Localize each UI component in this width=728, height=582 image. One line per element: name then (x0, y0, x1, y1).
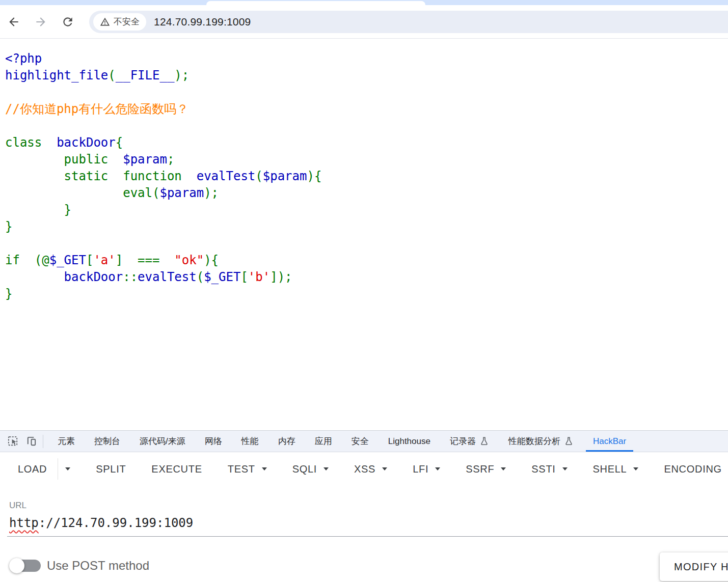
code-token: ( (255, 169, 262, 183)
code-line: } (5, 218, 728, 235)
devtools-tabbar: 元素控制台源代码/来源网络性能内存应用安全Lighthouse记录器 性能数据分… (0, 430, 728, 452)
menu-label: SSTI (531, 463, 555, 475)
menu-label: LOAD (18, 463, 47, 475)
device-toolbar-icon (25, 435, 37, 447)
hackbar-menu-execute[interactable]: EXECUTE (151, 463, 202, 475)
devtools-tab-performance-insights[interactable]: 性能数据分析 (499, 431, 583, 452)
back-arrow-icon (7, 15, 20, 29)
tab-label: 内存 (278, 435, 295, 447)
devtools-tab-recorder[interactable]: 记录器 (440, 431, 499, 452)
warning-triangle-icon (100, 17, 110, 27)
code-line: highlight_file(__FILE__); (5, 67, 728, 84)
security-chip[interactable]: 不安全 (93, 13, 146, 31)
reload-button[interactable] (61, 15, 74, 29)
split-divider (58, 458, 58, 480)
code-token: $_GET (49, 253, 86, 267)
code-token: static function (5, 169, 182, 183)
code-line: //你知道php有什么危险函数吗？ (5, 101, 728, 118)
toolbar-divider (43, 435, 43, 448)
tab-label: HackBar (593, 436, 626, 447)
dropdown-caret-icon (633, 467, 638, 470)
url-field-label: URL (9, 501, 26, 511)
tab-label: 性能数据分析 (508, 435, 560, 447)
hackbar-menu-xss[interactable]: XSS (354, 463, 387, 475)
code-token: $param (263, 169, 307, 183)
dropdown-caret-icon (382, 467, 387, 470)
inspect-element-button[interactable] (4, 432, 22, 451)
hackbar-menu-shell[interactable]: SHELL (593, 463, 639, 475)
hackbar-menu-sqli[interactable]: SQLI (292, 463, 329, 475)
url-misspelled-word: http (9, 516, 39, 530)
code-token: <?php (5, 51, 42, 66)
code-token: "ok" (174, 253, 204, 267)
code-token: [ (86, 253, 93, 267)
url-input[interactable]: http://124.70.99.199:1009 (9, 515, 193, 531)
dropdown-caret-icon (501, 467, 506, 470)
code-token: ){ (307, 169, 321, 183)
tab-label: 控制台 (94, 435, 120, 447)
dropdown-caret-icon (435, 467, 440, 470)
back-button[interactable] (7, 15, 20, 29)
code-token: ); (204, 186, 219, 200)
code-token: ] === (116, 253, 175, 267)
hackbar-menu-encoding[interactable]: ENCODING (664, 463, 728, 475)
code-line: } (5, 286, 728, 302)
menu-label: SSRF (466, 463, 494, 475)
code-line (5, 235, 728, 252)
devtools-tab-hackbar[interactable]: HackBar (583, 431, 636, 452)
code-token: evalTest (182, 169, 256, 183)
menu-label: SQLI (292, 463, 317, 475)
code-token: } (5, 287, 12, 301)
inspect-element-icon (7, 435, 19, 447)
flask-icon (564, 436, 574, 446)
tab-label: 网络 (205, 435, 222, 447)
tab-label: 性能 (241, 435, 259, 447)
menu-label: LFI (413, 463, 428, 475)
toggle-knob (9, 558, 24, 573)
devtools-panel: 元素控制台源代码/来源网络性能内存应用安全Lighthouse记录器 性能数据分… (0, 430, 728, 582)
devtools-tab-security[interactable]: 安全 (342, 431, 379, 452)
use-post-toggle[interactable] (9, 558, 42, 574)
hackbar-menu-ssti[interactable]: SSTI (531, 463, 567, 475)
address-bar[interactable]: 不安全 124.70.99.199:1009 (89, 11, 728, 33)
forward-button[interactable] (34, 15, 47, 29)
flask-icon (479, 436, 489, 446)
code-token: class (5, 135, 42, 150)
code-line: backDoor::evalTest($_GET['b']); (5, 269, 728, 286)
code-token (5, 270, 64, 284)
menu-label: XSS (354, 463, 375, 475)
code-token: ( (108, 68, 115, 82)
devtools-tab-network[interactable]: 网络 (195, 431, 232, 452)
hackbar-menu: LOADSPLITEXECUTETESTSQLIXSSLFISSRFSSTISH… (0, 452, 728, 486)
devtools-tab-console[interactable]: 控制台 (85, 431, 130, 452)
code-token: highlight_file (5, 68, 108, 82)
code-token: 'a' (93, 253, 115, 267)
hackbar-menu-split[interactable]: SPLIT (96, 463, 126, 475)
code-token: $param (159, 186, 204, 200)
devtools-tab-lighthouse[interactable]: Lighthouse (379, 431, 440, 452)
dropdown-caret-icon[interactable] (65, 467, 70, 470)
hackbar-menu-load[interactable]: LOAD (18, 458, 70, 480)
code-token: ]); (270, 270, 292, 284)
dropdown-caret-icon (562, 467, 568, 470)
code-line: public $param; (5, 151, 728, 168)
code-line: <?php (5, 50, 728, 67)
devtools-tab-performance[interactable]: 性能 (232, 431, 268, 452)
hackbar-menu-ssrf[interactable]: SSRF (466, 463, 506, 475)
menu-label: SPLIT (96, 463, 126, 475)
hackbar-menu-lfi[interactable]: LFI (413, 463, 440, 475)
modify-headers-button[interactable]: MODIFY HEADERS (660, 552, 728, 581)
code-line: eval($param); (5, 185, 728, 202)
hackbar-menu-test[interactable]: TEST (228, 463, 267, 475)
device-toolbar-button[interactable] (22, 432, 40, 451)
devtools-tab-memory[interactable]: 内存 (268, 431, 305, 452)
code-line (5, 84, 728, 101)
code-token: ( (197, 270, 204, 284)
active-browser-tab[interactable] (206, 1, 425, 5)
code-token: evalTest (138, 270, 197, 284)
devtools-tab-sources[interactable]: 源代码/来源 (130, 431, 195, 452)
devtools-tab-application[interactable]: 应用 (305, 431, 342, 452)
devtools-tab-elements[interactable]: 元素 (48, 431, 85, 452)
tab-label: 记录器 (450, 435, 476, 447)
code-token: ); (174, 68, 189, 82)
